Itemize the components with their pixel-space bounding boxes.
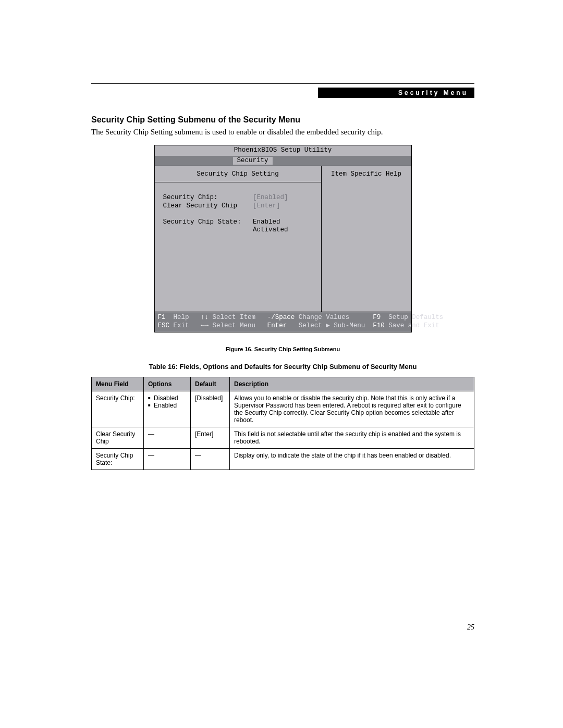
action-select-item: Select Item bbox=[213, 314, 256, 321]
col-options: Options bbox=[144, 377, 191, 391]
key-esc: ESC bbox=[158, 322, 170, 329]
cell-default: — bbox=[191, 448, 230, 470]
fields-table: Menu Field Options Default Description S… bbox=[91, 377, 474, 470]
table-row: Security Chip State: — — Display only, t… bbox=[92, 448, 474, 470]
bios-settings-area: Security Chip: [Enabled] Clear Security … bbox=[155, 182, 321, 235]
bios-tab-security: Security bbox=[233, 157, 273, 165]
bios-help-panel: Item Specific Help bbox=[322, 166, 411, 312]
action-exit: Exit bbox=[174, 322, 189, 329]
bios-row-clear-chip-label: Clear Security Chip bbox=[163, 202, 238, 209]
col-default: Default bbox=[191, 377, 230, 391]
cell-description: Allows you to enable or disable the secu… bbox=[230, 391, 474, 427]
cell-options: Disabled Enabled bbox=[144, 391, 191, 427]
cell-field: Security Chip: bbox=[92, 391, 144, 427]
bios-row-chip-state-value1: Enabled bbox=[253, 218, 280, 226]
col-menu-field: Menu Field bbox=[92, 377, 144, 391]
header-section-label: Security Menu bbox=[318, 88, 474, 98]
option-item: Enabled bbox=[148, 402, 186, 409]
cell-description: This field is not selectable until after… bbox=[230, 427, 474, 448]
cell-field: Security Chip State: bbox=[92, 448, 144, 470]
action-help: Help bbox=[174, 314, 189, 321]
cell-default: [Disabled] bbox=[191, 391, 230, 427]
bios-screenshot: PhoenixBIOS Setup Utility Security Secur… bbox=[154, 145, 412, 332]
action-select-menu: Select Menu bbox=[213, 322, 256, 329]
action-save-exit: Save and Exit bbox=[388, 322, 439, 329]
bios-row-security-chip-label: Security Chip: bbox=[163, 194, 218, 201]
bios-row-chip-state-label: Security Chip State: bbox=[163, 218, 241, 226]
cell-options: — bbox=[144, 427, 191, 448]
key-minus-space: -/Space bbox=[267, 314, 295, 321]
option-item: Disabled bbox=[148, 394, 186, 402]
table-row: Clear Security Chip — [Enter] This field… bbox=[92, 427, 474, 448]
bios-footer: F1 Help ↑↓ Select Item -/Space Change Va… bbox=[155, 312, 411, 331]
section-title: Security Chip Setting Submenu of the Sec… bbox=[91, 115, 474, 125]
cell-description: Display only, to indicate the state of t… bbox=[230, 448, 474, 470]
table-header-row: Menu Field Options Default Description bbox=[92, 377, 474, 391]
figure-caption: Figure 16. Security Chip Setting Submenu bbox=[91, 346, 474, 352]
cell-options: — bbox=[144, 448, 191, 470]
bios-menu-bar: Security bbox=[155, 156, 411, 166]
cell-default: [Enter] bbox=[191, 427, 230, 448]
action-setup-defaults: Setup Defaults bbox=[388, 314, 443, 321]
section-intro-text: The Security Chip Setting submenu is use… bbox=[91, 128, 474, 137]
table-caption: Table 16: Fields, Options and Defaults f… bbox=[91, 363, 474, 371]
bios-row-clear-chip-value: [Enter] bbox=[253, 202, 280, 209]
bios-panel-title: Security Chip Setting bbox=[155, 166, 321, 182]
table-row: Security Chip: Disabled Enabled [Disable… bbox=[92, 391, 474, 427]
key-leftright: ←→ bbox=[201, 322, 209, 329]
page-number: 25 bbox=[467, 623, 474, 632]
key-updown: ↑↓ bbox=[201, 314, 209, 321]
key-enter: Enter bbox=[267, 322, 287, 329]
key-f10: F10 bbox=[373, 322, 385, 329]
bios-title: PhoenixBIOS Setup Utility bbox=[155, 145, 411, 156]
action-change-values: Change Values bbox=[299, 314, 350, 321]
key-f9: F9 bbox=[373, 314, 381, 321]
col-description: Description bbox=[230, 377, 474, 391]
bios-help-heading: Item Specific Help bbox=[331, 170, 401, 178]
bios-row-chip-state-value2: Activated bbox=[253, 226, 288, 233]
cell-field: Clear Security Chip bbox=[92, 427, 144, 448]
action-select-submenu: Select ▶ Sub-Menu bbox=[299, 322, 365, 329]
bios-row-security-chip-value: [Enabled] bbox=[253, 194, 288, 201]
key-f1: F1 bbox=[158, 314, 166, 321]
